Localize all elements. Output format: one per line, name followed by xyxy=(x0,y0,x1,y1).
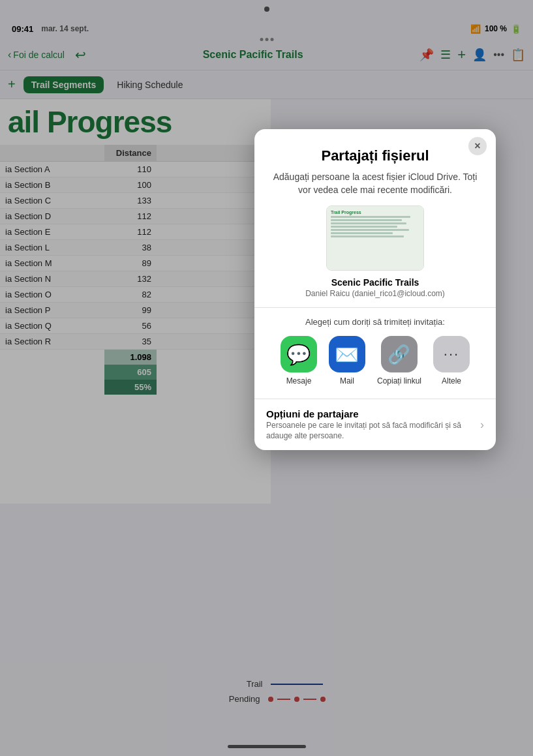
preview-line xyxy=(331,235,404,237)
share-option-copy-link[interactable]: 🔗 Copiați linkul xyxy=(377,336,421,386)
share-option-mail[interactable]: ✉️ Mail xyxy=(329,336,365,386)
preview-lines xyxy=(331,216,419,237)
messages-label: Mesaje xyxy=(286,376,312,386)
close-icon: × xyxy=(474,140,480,152)
modal-preview: Trail Progress Scenic Pacific Trails Dan… xyxy=(254,205,496,307)
share-option-more[interactable]: ··· Altele xyxy=(433,336,470,386)
invite-label: Alegeți cum doriți să trimiteți invitați… xyxy=(254,317,496,336)
modal-title: Partajați fișierul xyxy=(254,129,496,171)
preview-card-inner: Trail Progress xyxy=(327,206,423,270)
preview-line xyxy=(331,229,409,231)
copy-link-icon: 🔗 xyxy=(381,336,418,372)
preview-line xyxy=(331,226,397,228)
device: 09:41 mar. 14 sept. 📶 100 % 🔋 ‹ Foi de c… xyxy=(0,0,533,756)
mail-icon: ✉️ xyxy=(329,336,365,372)
chevron-right-icon: › xyxy=(480,418,484,432)
file-owner: Daniel Raicu (daniel_rico1@icloud.com) xyxy=(305,289,445,298)
preview-line xyxy=(331,216,410,218)
share-modal: × Partajați fișierul Adăugați persoane l… xyxy=(254,129,496,450)
sharing-options-left: Opțiuni de partajare Persoanele pe care … xyxy=(266,408,480,441)
sharing-options-title: Opțiuni de partajare xyxy=(266,408,480,419)
mail-label: Mail xyxy=(340,376,354,386)
sharing-options-description: Persoanele pe care le invitați pot să fa… xyxy=(266,421,480,441)
modal-close-button[interactable]: × xyxy=(468,137,487,155)
divider-1 xyxy=(254,307,496,308)
share-option-messages[interactable]: 💬 Mesaje xyxy=(281,336,317,386)
preview-line xyxy=(331,219,402,221)
modal-description: Adăugați persoane la acest fișier iCloud… xyxy=(254,171,496,205)
share-options-row: 💬 Mesaje ✉️ Mail 🔗 Copiați linkul ··· Al… xyxy=(254,336,496,399)
file-preview-card: Trail Progress xyxy=(326,205,424,271)
sharing-options-row[interactable]: Opțiuni de partajare Persoanele pe care … xyxy=(254,399,496,450)
preview-title: Trail Progress xyxy=(331,210,419,215)
messages-icon: 💬 xyxy=(281,336,317,372)
preview-line xyxy=(331,222,406,224)
preview-line xyxy=(331,232,393,234)
more-share-icon: ··· xyxy=(433,336,470,372)
file-name: Scenic Pacific Trails xyxy=(331,277,419,288)
copy-link-label: Copiați linkul xyxy=(377,376,421,386)
more-label: Altele xyxy=(442,376,461,386)
